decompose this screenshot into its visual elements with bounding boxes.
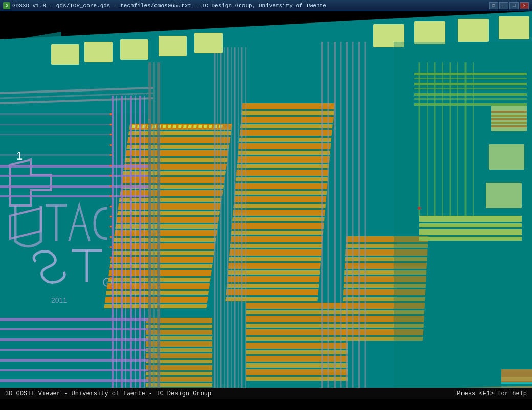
svg-rect-244 — [110, 165, 112, 166]
svg-rect-97 — [226, 289, 318, 295]
svg-rect-245 — [110, 175, 112, 176]
svg-rect-81 — [235, 183, 328, 189]
svg-rect-80 — [236, 177, 328, 181]
svg-rect-120 — [246, 337, 348, 341]
svg-rect-39 — [114, 230, 217, 236]
svg-rect-72 — [240, 124, 333, 128]
svg-rect-122 — [246, 350, 348, 354]
svg-rect-167 — [458, 19, 489, 42]
svg-rect-136 — [146, 372, 212, 375]
svg-rect-117 — [246, 316, 348, 322]
svg-rect-73 — [240, 130, 332, 136]
svg-rect-70 — [241, 111, 334, 115]
svg-rect-127 — [146, 318, 212, 323]
svg-rect-75 — [238, 143, 331, 149]
svg-rect-138 — [146, 383, 212, 387]
svg-text:1: 1 — [16, 149, 23, 162]
svg-rect-74 — [239, 138, 332, 142]
svg-rect-116 — [246, 310, 348, 314]
svg-rect-64 — [198, 125, 202, 128]
svg-rect-85 — [233, 210, 325, 216]
svg-rect-267 — [153, 62, 155, 399]
svg-rect-84 — [233, 204, 326, 208]
minimize-button[interactable]: _ — [499, 2, 508, 9]
svg-rect-239 — [110, 113, 112, 115]
svg-rect-269 — [394, 42, 532, 390]
svg-rect-31 — [122, 177, 225, 183]
svg-rect-161 — [84, 42, 113, 62]
svg-rect-250 — [110, 226, 112, 227]
chip-viewport[interactable]: 1 R 2011 — [0, 11, 532, 399]
svg-rect-128 — [146, 325, 212, 328]
svg-rect-65 — [204, 125, 207, 128]
svg-rect-160 — [51, 44, 79, 65]
svg-rect-78 — [237, 164, 329, 168]
svg-rect-123 — [246, 356, 348, 362]
restore-button[interactable]: ❐ — [489, 2, 498, 9]
svg-rect-57 — [163, 125, 166, 128]
svg-rect-252 — [110, 246, 112, 248]
svg-rect-76 — [238, 151, 330, 155]
svg-rect-88 — [231, 231, 324, 235]
svg-rect-95 — [227, 276, 320, 282]
close-button[interactable]: ✕ — [520, 2, 529, 9]
svg-rect-35 — [118, 203, 221, 210]
svg-rect-62 — [188, 125, 192, 128]
svg-rect-133 — [146, 353, 212, 358]
svg-rect-163 — [159, 36, 187, 56]
svg-rect-248 — [110, 206, 112, 207]
svg-rect-40 — [114, 238, 216, 242]
svg-rect-42 — [112, 251, 214, 255]
svg-rect-59 — [173, 125, 176, 128]
svg-rect-83 — [234, 196, 326, 202]
svg-rect-91 — [229, 249, 322, 256]
svg-rect-246 — [110, 185, 112, 187]
svg-rect-30 — [123, 171, 226, 175]
svg-rect-98 — [225, 297, 318, 301]
svg-rect-45 — [108, 270, 212, 276]
svg-rect-242 — [110, 144, 112, 146]
svg-rect-125 — [246, 369, 348, 375]
svg-rect-71 — [241, 117, 334, 123]
svg-rect-69 — [242, 103, 335, 109]
svg-rect-89 — [230, 236, 323, 242]
svg-rect-134 — [146, 360, 212, 363]
statusbar-info: 3D GDSII Viewer - University of Twente -… — [5, 390, 211, 397]
svg-rect-126 — [246, 377, 348, 381]
app-icon: G — [3, 2, 10, 9]
svg-rect-58 — [168, 125, 171, 128]
svg-rect-41 — [113, 243, 216, 249]
svg-rect-255 — [110, 277, 112, 279]
svg-rect-257 — [110, 298, 112, 299]
svg-rect-131 — [146, 341, 212, 347]
svg-rect-247 — [110, 195, 112, 197]
titlebar-title: GDS3D v1.8 - gds/TOP_core.gds - techfile… — [12, 3, 326, 9]
svg-rect-119 — [246, 329, 348, 335]
chip-rendering: 1 R 2011 — [0, 11, 532, 399]
svg-rect-60 — [178, 125, 182, 128]
titlebar-left: G GDS3D v1.8 - gds/TOP_core.gds - techfi… — [3, 2, 326, 9]
titlebar-controls[interactable]: ❐ _ □ ✕ — [489, 2, 529, 9]
titlebar: G GDS3D v1.8 - gds/TOP_core.gds - techfi… — [0, 0, 532, 11]
svg-rect-96 — [227, 284, 319, 288]
svg-rect-63 — [193, 125, 197, 128]
svg-rect-36 — [117, 211, 220, 215]
svg-rect-77 — [237, 156, 330, 163]
svg-rect-164 — [194, 33, 223, 53]
svg-rect-243 — [110, 154, 112, 156]
svg-rect-26 — [126, 145, 229, 149]
svg-rect-90 — [230, 244, 322, 248]
svg-rect-135 — [146, 365, 212, 370]
svg-rect-254 — [110, 267, 112, 268]
svg-rect-251 — [110, 236, 112, 238]
svg-rect-61 — [183, 125, 187, 128]
svg-rect-256 — [110, 287, 112, 289]
maximize-button[interactable]: □ — [509, 2, 519, 9]
svg-rect-79 — [236, 170, 329, 176]
svg-rect-121 — [246, 343, 348, 349]
svg-rect-130 — [146, 336, 212, 340]
svg-rect-86 — [232, 217, 325, 221]
svg-rect-66 — [209, 125, 212, 128]
svg-rect-253 — [110, 257, 112, 258]
svg-rect-249 — [110, 216, 112, 217]
